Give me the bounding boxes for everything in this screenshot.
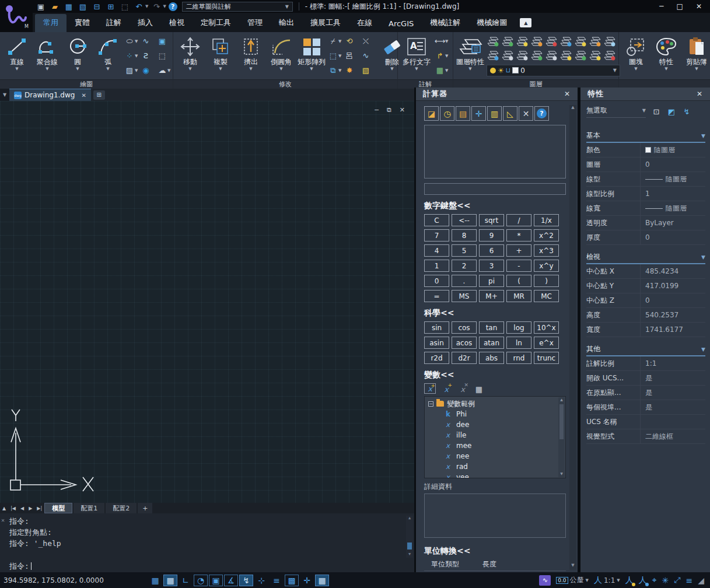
layer-tool-icon-17[interactable] bbox=[589, 50, 601, 61]
get-coordinates-icon[interactable]: ✛ bbox=[471, 106, 486, 121]
save-as-icon[interactable]: ▧ bbox=[77, 1, 89, 12]
layer-tool-icon-12[interactable] bbox=[516, 50, 529, 61]
layout-nav-icon-1[interactable]: ▲ bbox=[0, 506, 8, 511]
annotation-scale[interactable]: 人1:1▼ bbox=[594, 575, 620, 586]
numpad-section-header[interactable]: 數字鍵盤<< bbox=[424, 201, 566, 211]
calc-key-1[interactable]: 1 bbox=[424, 260, 449, 272]
property-value[interactable]: 是 bbox=[640, 371, 705, 386]
calc-key-M+[interactable]: M+ bbox=[479, 290, 504, 302]
splinedit-icon[interactable]: ∿ bbox=[361, 51, 371, 61]
property-value[interactable]: 0 bbox=[640, 293, 705, 308]
ribbon-tab-3[interactable]: 註解 bbox=[98, 14, 130, 32]
print-icon[interactable]: ⊞ bbox=[105, 1, 117, 12]
calc-key-e^x[interactable]: e^x bbox=[534, 337, 559, 349]
calc-key-x^3[interactable]: x^3 bbox=[534, 244, 559, 257]
viewport-close-icon[interactable]: ✕ bbox=[400, 106, 405, 114]
layer-tool-icon-5[interactable] bbox=[545, 36, 558, 47]
layer-tool-icon-6[interactable] bbox=[559, 36, 572, 47]
selection-cycling-icon[interactable]: ⌖ bbox=[652, 575, 657, 585]
calc-scroll-up-icon[interactable]: ▲ bbox=[569, 105, 576, 112]
calc-key-4[interactable]: 4 bbox=[424, 244, 449, 257]
chevron-down-icon[interactable]: ▼ bbox=[338, 54, 343, 58]
layer-tool-icon-9[interactable] bbox=[603, 36, 616, 47]
leader-icon[interactable]: ↱ bbox=[435, 51, 445, 61]
layout-tab-1[interactable]: 模型 bbox=[44, 503, 72, 513]
modify-button-move[interactable]: 移動▼ bbox=[176, 34, 204, 78]
new-variable-icon[interactable]: x+ bbox=[424, 383, 436, 394]
brand-icon[interactable]: ∿ bbox=[539, 575, 551, 586]
calc-key-=[interactable]: = bbox=[424, 290, 449, 302]
modify-button-copy[interactable]: 複製▼ bbox=[207, 34, 235, 78]
distance-icon[interactable]: ▥ bbox=[487, 106, 502, 121]
new-document-button[interactable]: ⊞ bbox=[93, 90, 105, 100]
donut-icon[interactable]: ◉ bbox=[141, 65, 151, 76]
tree-scroll-up-icon[interactable]: ▲ bbox=[558, 397, 565, 403]
selection-dropdown[interactable]: 無選取 ▼ bbox=[586, 106, 646, 118]
osnap-icon[interactable]: ▣ bbox=[209, 575, 223, 586]
ellipse-icon[interactable]: ⬭ bbox=[124, 36, 135, 47]
document-tab[interactable]: dwg Drawing1.dwg ✕ bbox=[9, 89, 91, 101]
spline-cv-icon[interactable]: Ƨ bbox=[141, 51, 151, 61]
calc-key-9[interactable]: 9 bbox=[479, 229, 504, 242]
calc-key-x^2[interactable]: x^2 bbox=[534, 229, 559, 242]
ribbon-button-clipboard[interactable]: 剪貼簿▼ bbox=[683, 34, 710, 78]
spline-icon[interactable]: ∿ bbox=[141, 36, 151, 47]
calc-key-d2r[interactable]: d2r bbox=[452, 352, 477, 364]
variable-item-ille[interactable]: xille bbox=[428, 430, 557, 440]
quick-properties-icon[interactable]: ▦ bbox=[315, 575, 329, 586]
ribbon-tab-13[interactable]: 機械繪圖 bbox=[468, 14, 515, 32]
calc-key-abs[interactable]: abs bbox=[479, 352, 504, 364]
snap-icon[interactable]: ▦ bbox=[163, 575, 177, 586]
history-icon[interactable]: ◷ bbox=[440, 106, 454, 121]
calc-key-*[interactable]: * bbox=[506, 229, 531, 242]
layer-tool-icon-7[interactable] bbox=[574, 36, 587, 47]
modify-button-fillet[interactable]: 倒圓角▼ bbox=[267, 34, 295, 78]
select-objects-icon[interactable]: ◩ bbox=[665, 106, 678, 118]
open-folder-icon[interactable]: ▰ bbox=[49, 1, 61, 12]
dimension-icon[interactable]: ⟷ bbox=[435, 36, 445, 47]
hatch-icon[interactable]: ▨ bbox=[124, 65, 135, 76]
layer-tool-icon-3[interactable] bbox=[516, 36, 529, 47]
property-value[interactable]: ByLayer bbox=[640, 216, 705, 230]
dynamic-input-icon[interactable]: ⊹ bbox=[254, 575, 268, 586]
clean-screen-icon[interactable]: ⤢ bbox=[674, 575, 680, 585]
section-header-2[interactable]: 檢視▼ bbox=[586, 252, 705, 264]
modify-button-array[interactable]: 矩形陣列▼ bbox=[298, 34, 326, 78]
calc-key-<--[interactable]: <-- bbox=[452, 214, 477, 226]
calc-key-7[interactable]: 7 bbox=[424, 229, 449, 242]
layout-nav-icon-4[interactable]: ▶ bbox=[26, 506, 34, 511]
calc-key-MR[interactable]: MR bbox=[506, 290, 531, 302]
help-icon[interactable]: ? bbox=[534, 106, 549, 121]
property-value[interactable]: 417.0199 bbox=[640, 279, 705, 293]
calc-key-C[interactable]: C bbox=[424, 214, 449, 226]
tree-scroll-down-icon[interactable]: ▼ bbox=[558, 471, 565, 477]
layout-nav-icon-3[interactable]: ◀ bbox=[18, 506, 26, 511]
calculator-input-box[interactable] bbox=[424, 183, 566, 195]
calc-key-rnd[interactable]: rnd bbox=[506, 352, 531, 364]
calc-key-x^y[interactable]: x^y bbox=[534, 260, 559, 272]
calc-key-6[interactable]: 6 bbox=[479, 244, 504, 257]
clear-icon[interactable]: ◪ bbox=[424, 106, 439, 121]
delete-variable-icon[interactable]: x✕ bbox=[457, 383, 468, 394]
annotation-autoscale-icon[interactable]: 人 bbox=[639, 575, 647, 586]
point-icon[interactable]: ⁘ bbox=[124, 51, 135, 61]
table-icon[interactable]: ▦ bbox=[435, 65, 445, 76]
collapse-node-icon[interactable]: − bbox=[428, 401, 433, 407]
redo-icon[interactable]: ↷ bbox=[151, 1, 162, 12]
draw-button-line[interactable]: 直線▼ bbox=[3, 34, 31, 78]
scroll-down-icon[interactable]: ▼ bbox=[406, 552, 413, 558]
selection-add-icon[interactable]: ✛ bbox=[300, 575, 314, 586]
calc-key-tan[interactable]: tan bbox=[479, 321, 504, 334]
grid-display-icon[interactable]: ▦ bbox=[148, 575, 162, 586]
calc-key-trunc[interactable]: trunc bbox=[534, 352, 559, 364]
chevron-down-icon[interactable]: ▼ bbox=[135, 39, 139, 44]
units-display[interactable]: 0.0公釐▼ bbox=[556, 575, 589, 585]
property-value[interactable]: 是 bbox=[640, 400, 705, 415]
calc-scroll-down-icon[interactable]: ▼ bbox=[569, 563, 576, 570]
calc-key-sin[interactable]: sin bbox=[424, 321, 449, 334]
layer-tool-icon-1[interactable] bbox=[487, 36, 499, 47]
variables-scrollbar[interactable]: ▲ ▼ bbox=[558, 397, 565, 477]
layout-tab-3[interactable]: 配置2 bbox=[106, 503, 137, 513]
scientific-section-header[interactable]: 科學<< bbox=[424, 308, 566, 318]
property-value[interactable]: 隨圖層 bbox=[640, 201, 705, 216]
